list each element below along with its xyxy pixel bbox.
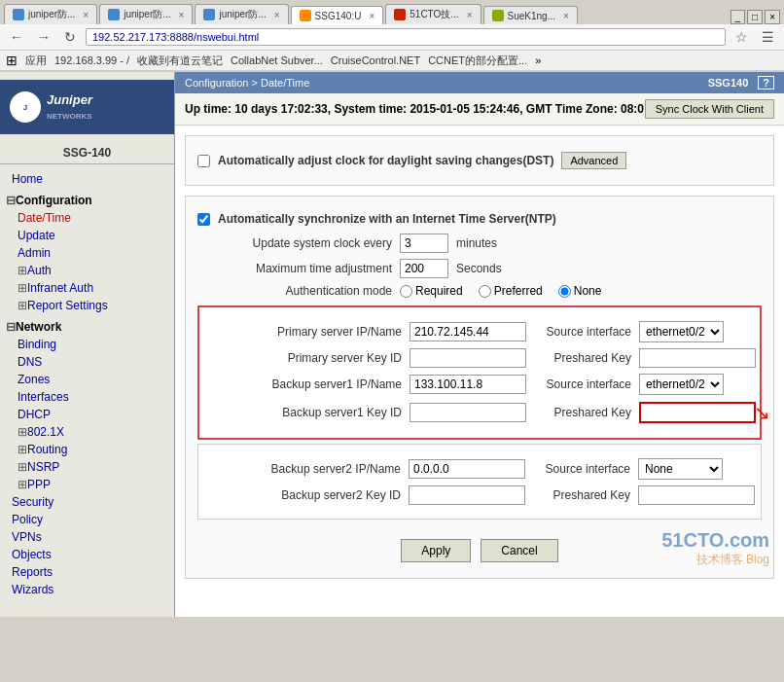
sidebar-logo: J JuniperNETWORKS <box>0 80 174 134</box>
tab-label-5: 51CTO技... <box>410 8 458 21</box>
tab-2[interactable]: juniper防... × <box>99 4 193 24</box>
cancel-button[interactable]: Cancel <box>481 539 557 562</box>
tab-close-1[interactable]: × <box>83 10 89 20</box>
dst-row: Automatically adjust clock for daylight … <box>197 152 762 169</box>
backup2-key-input[interactable] <box>409 485 525 505</box>
backup2-server-ip-input[interactable] <box>409 459 525 479</box>
reload-button[interactable]: ↻ <box>60 27 80 47</box>
close-window-button[interactable]: × <box>765 10 780 24</box>
tab-close-5[interactable]: × <box>467 10 473 20</box>
bookmark-3[interactable]: CollabNet Subver... <box>231 54 323 66</box>
sidebar-item-routing[interactable]: ⊞Routing <box>0 441 174 458</box>
backup1-key-input[interactable] <box>410 403 526 422</box>
radio-preferred[interactable]: Preferred <box>479 284 543 298</box>
backup2-key-row: Backup server2 Key ID Preshared Key <box>206 485 753 505</box>
sidebar-item-8021x[interactable]: ⊞802.1X <box>0 423 174 441</box>
bookmark-5[interactable]: CCNET的部分配置... <box>428 54 527 68</box>
radio-required[interactable]: Required <box>400 284 463 298</box>
bookmark-4[interactable]: CruiseControl.NET <box>331 54 420 66</box>
sidebar-item-vpns[interactable]: VPNs <box>0 528 174 546</box>
help-icon[interactable]: ? <box>758 76 774 90</box>
sidebar-item-home[interactable]: Home <box>0 170 174 188</box>
backup2-server-label: Backup server2 IP/Name <box>206 462 401 476</box>
backup1-preshared-input[interactable] <box>639 402 756 423</box>
sidebar-item-binding[interactable]: Binding <box>0 336 174 353</box>
sync-clock-button[interactable]: Sync Clock With Client <box>645 99 774 119</box>
backup1-key-row: Backup server1 Key ID Preshared Key ↘ <box>207 401 752 424</box>
tab-4[interactable]: SSG140:U × <box>291 6 384 24</box>
advanced-button[interactable]: Advanced <box>561 152 626 169</box>
primary-server-ip-input[interactable] <box>410 322 526 341</box>
sidebar-item-network[interactable]: ⊟Network <box>0 318 174 336</box>
radio-none-input[interactable] <box>558 285 571 298</box>
ntp-checkbox[interactable] <box>197 213 210 226</box>
backup2-preshared-input[interactable] <box>638 485 755 505</box>
backup1-server-row: Backup server1 IP/Name Source interface … <box>207 374 752 395</box>
apps-icon: ⊞ <box>6 53 18 68</box>
dst-label: Automatically adjust clock for daylight … <box>218 154 553 167</box>
tab-favicon-5 <box>394 9 406 20</box>
content-body: Automatically adjust clock for daylight … <box>175 126 784 617</box>
tab-close-2[interactable]: × <box>179 10 185 20</box>
sidebar-item-ppp[interactable]: ⊞PPP <box>0 476 174 493</box>
radio-none[interactable]: None <box>558 284 602 298</box>
radio-required-input[interactable] <box>400 285 412 298</box>
backup1-source-iface-select[interactable]: ethernet0/2 None ethernet0/1 <box>639 374 724 395</box>
sidebar-item-nsrp[interactable]: ⊞NSRP <box>0 458 174 476</box>
bookmark-apps[interactable]: 应用 <box>25 54 47 68</box>
sidebar-item-admin[interactable]: Admin <box>0 244 174 262</box>
update-clock-row: Update system clock every minutes <box>197 233 762 253</box>
tab-label-2: juniper防... <box>124 8 170 21</box>
primary-preshared-label: Preshared Key <box>534 351 631 365</box>
sidebar-item-objects[interactable]: Objects <box>0 546 174 563</box>
sidebar-item-configuration[interactable]: ⊟Configuration <box>0 192 174 209</box>
auth-mode-radios: Required Preferred None <box>400 284 601 298</box>
tab-1[interactable]: juniper防... × <box>4 4 97 24</box>
sidebar-item-security[interactable]: Security <box>0 493 174 511</box>
sidebar-item-report-settings[interactable]: ⊞Report Settings <box>0 297 174 314</box>
backup1-key-label: Backup server1 Key ID <box>207 406 402 419</box>
menu-button[interactable]: ☰ <box>758 27 778 47</box>
sidebar-item-dns[interactable]: DNS <box>0 353 174 371</box>
bookmark-2[interactable]: 收藏到有道云笔记 <box>137 54 223 68</box>
sidebar-item-dhcp[interactable]: DHCP <box>0 406 174 423</box>
tab-5[interactable]: 51CTO技... × <box>385 4 481 24</box>
dst-checkbox[interactable] <box>197 155 210 167</box>
sidebar-item-auth[interactable]: ⊞Auth <box>0 262 174 279</box>
primary-server-label: Primary server IP/Name <box>207 325 402 339</box>
back-button[interactable]: ← <box>6 27 27 47</box>
bookmark-1[interactable]: 192.168.3.99 - / <box>54 54 129 66</box>
tab-6[interactable]: SueK1ng... × <box>483 6 578 24</box>
tab-3[interactable]: juniper防... × <box>195 4 288 24</box>
update-clock-input[interactable] <box>400 233 448 253</box>
backup1-server-ip-input[interactable] <box>410 375 526 394</box>
sidebar-item-zones[interactable]: Zones <box>0 371 174 388</box>
sidebar-item-datetime[interactable]: Date/Time <box>0 209 174 227</box>
primary-source-iface-select[interactable]: ethernet0/2 None ethernet0/1 ethernet0/3 <box>639 321 724 342</box>
bookmark-button[interactable]: ☆ <box>731 27 752 47</box>
sidebar-item-policy[interactable]: Policy <box>0 511 174 528</box>
backup1-server-label: Backup server1 IP/Name <box>207 377 402 391</box>
backup2-source-iface-select[interactable]: None ethernet0/1 ethernet0/2 <box>638 458 723 480</box>
sidebar-item-interfaces[interactable]: Interfaces <box>0 388 174 406</box>
primary-preshared-input[interactable] <box>639 348 756 368</box>
forward-button[interactable]: → <box>33 27 54 47</box>
ntp-label: Automatically synchronize with an Intern… <box>218 212 556 226</box>
address-bar[interactable] <box>86 28 726 46</box>
maximize-button[interactable]: □ <box>747 10 763 24</box>
radio-preferred-input[interactable] <box>479 285 491 298</box>
breadcrumb: Configuration > Date/Time <box>185 77 309 89</box>
primary-key-input[interactable] <box>410 348 526 368</box>
sidebar-item-reports[interactable]: Reports <box>0 563 174 581</box>
minimize-button[interactable]: _ <box>731 10 746 24</box>
auth-mode-row: Authentication mode Required Preferred <box>197 284 762 298</box>
tab-close-3[interactable]: × <box>274 10 280 20</box>
sidebar-item-update[interactable]: Update <box>0 227 174 244</box>
sidebar-item-wizards[interactable]: Wizards <box>0 581 174 598</box>
apply-button[interactable]: Apply <box>401 539 471 562</box>
tab-close-4[interactable]: × <box>369 11 374 21</box>
tab-close-6[interactable]: × <box>563 11 569 21</box>
max-adj-input[interactable] <box>400 259 448 278</box>
bookmarks-more[interactable]: » <box>535 54 541 66</box>
sidebar-item-infranet-auth[interactable]: ⊞Infranet Auth <box>0 279 174 297</box>
